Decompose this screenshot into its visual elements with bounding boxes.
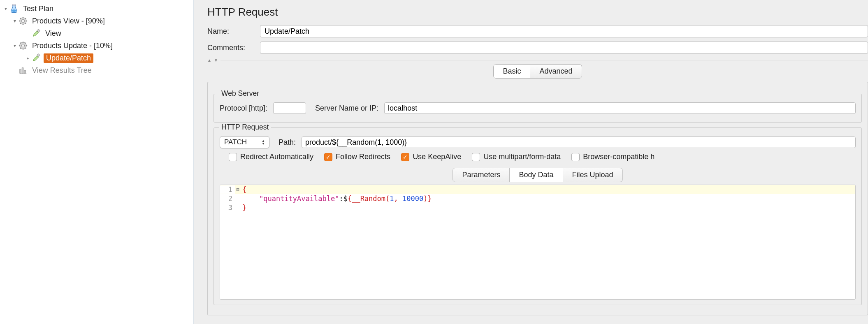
chevron-down-icon[interactable]: ▾ <box>12 43 18 49</box>
method-select[interactable]: PATCH ▲▼ <box>220 136 269 148</box>
chevrons-icon: ▲▼ <box>262 139 265 145</box>
svg-line-21 <box>20 48 21 49</box>
line-number: 1 <box>220 185 235 194</box>
code-token: $ <box>343 194 348 203</box>
cb-follow-redirects[interactable]: ✓ Follow Redirects <box>324 153 390 161</box>
tree-label: Test Plan <box>21 4 55 14</box>
web-server-legend: Web Server <box>219 89 262 98</box>
tree-test-plan[interactable]: ▾ Test Plan <box>0 2 193 15</box>
protocol-label: Protocol [http]: <box>220 104 267 113</box>
tree-label: Update/Patch <box>44 53 93 63</box>
name-input[interactable] <box>260 25 868 37</box>
svg-point-1 <box>12 9 16 12</box>
code-token: , <box>394 194 402 203</box>
dropper-icon <box>31 28 41 38</box>
gear-icon <box>18 16 28 26</box>
comments-label: Comments: <box>207 44 253 52</box>
triangle-up-icon: ▲ <box>207 58 211 62</box>
server-label: Server Name or IP: <box>315 104 378 113</box>
body-tabs: Parameters Body Data Files Upload <box>220 168 856 182</box>
code-token: 10000 <box>402 194 423 203</box>
code-token: 1 <box>390 194 394 203</box>
http-request-legend: HTTP Request <box>219 123 271 132</box>
checkbox-icon <box>571 153 580 161</box>
cb-browser-compat[interactable]: Browser-compatible h <box>571 153 654 161</box>
tab-body-data[interactable]: Body Data <box>510 168 562 182</box>
triangle-down-icon: ▼ <box>214 58 218 62</box>
svg-line-9 <box>26 23 26 24</box>
checkbox-icon <box>229 153 237 161</box>
chevron-down-icon[interactable]: ▾ <box>12 18 18 24</box>
tree-label: Products Update - [10%] <box>30 41 114 51</box>
page-title: HTTP Request <box>207 6 868 19</box>
protocol-input[interactable] <box>273 102 306 114</box>
chevron-down-icon[interactable]: ▾ <box>2 6 9 12</box>
tree-products-update[interactable]: ▾ Products Update - [10%] <box>0 39 193 52</box>
svg-rect-0 <box>12 5 16 5</box>
chart-icon <box>18 65 28 75</box>
beaker-icon <box>9 4 19 14</box>
svg-line-20 <box>26 48 26 49</box>
checkbox-checked-icon: ✓ <box>324 153 332 161</box>
cb-label: Browser-compatible h <box>583 153 654 161</box>
chevron-right-icon[interactable]: ▸ <box>25 56 31 61</box>
cb-label: Use multipart/form-data <box>483 153 561 161</box>
code-token: { <box>242 185 246 194</box>
separator: ▲ ▼ <box>207 58 868 62</box>
checkbox-group: Redirect Automatically ✓ Follow Redirect… <box>229 153 856 161</box>
svg-line-10 <box>20 23 21 24</box>
line-number: 3 <box>220 204 235 212</box>
line-number: 2 <box>220 194 235 203</box>
tree-update-patch[interactable]: ▸ Update/Patch <box>0 52 193 64</box>
view-tabs: Basic Advanced <box>207 64 868 79</box>
cb-multipart[interactable]: Use multipart/form-data <box>472 153 561 161</box>
editor-line: 3 } <box>220 203 855 212</box>
name-row: Name: <box>207 25 868 37</box>
cb-keepalive[interactable]: ✓ Use KeepAlive <box>401 153 461 161</box>
body-editor[interactable]: 1 ⊟ { 2 "quantityAvailable":${__Random(1… <box>220 185 856 300</box>
svg-line-19 <box>20 43 21 44</box>
tree-panel: ▾ Test Plan ▾ Products View - [90%] View… <box>0 0 193 324</box>
tree-label: Products View - [90%] <box>30 16 107 26</box>
checkbox-checked-icon: ✓ <box>401 153 409 161</box>
tab-basic[interactable]: Basic <box>494 65 530 78</box>
tab-files-upload[interactable]: Files Upload <box>563 168 623 182</box>
tree-view-sampler[interactable]: View <box>0 27 193 39</box>
svg-line-22 <box>26 43 26 44</box>
tree-products-view[interactable]: ▾ Products View - [90%] <box>0 15 193 27</box>
method-value: PATCH <box>224 138 247 146</box>
checkbox-icon <box>472 153 480 161</box>
editor-line: 1 ⊟ { <box>220 185 855 194</box>
comments-input[interactable] <box>260 42 868 54</box>
code-token: "quantityAvailable" <box>259 194 339 203</box>
cb-label: Follow Redirects <box>336 153 390 161</box>
tree-view-results[interactable]: View Results Tree <box>0 64 193 76</box>
code-token: {__Random( <box>348 194 390 203</box>
comments-row: Comments: <box>207 42 868 54</box>
content-panel: HTTP Request Name: Comments: ▲ ▼ Basic A… <box>193 0 868 324</box>
svg-point-14 <box>21 44 24 47</box>
code-token: )} <box>423 194 432 203</box>
cb-label: Redirect Automatically <box>240 153 313 161</box>
web-server-fieldset: Web Server Protocol [http]: Server Name … <box>214 94 862 123</box>
svg-line-8 <box>20 18 21 19</box>
path-label: Path: <box>279 138 296 147</box>
name-label: Name: <box>207 27 253 36</box>
code-token: } <box>242 204 246 212</box>
editor-line: 2 "quantityAvailable":${__Random(1, 1000… <box>220 194 855 203</box>
path-input[interactable] <box>302 137 856 148</box>
code-token: : <box>339 194 343 203</box>
tab-advanced[interactable]: Advanced <box>530 65 581 78</box>
fold-minus-icon[interactable]: ⊟ <box>235 187 241 192</box>
tab-parameters[interactable]: Parameters <box>453 168 510 182</box>
tree-label: View <box>44 29 63 38</box>
svg-point-3 <box>21 19 24 22</box>
http-request-fieldset: HTTP Request PATCH ▲▼ Path: Redirect Aut… <box>214 127 862 305</box>
svg-line-11 <box>26 18 26 19</box>
cb-redirect-auto[interactable]: Redirect Automatically <box>229 153 313 161</box>
cb-label: Use KeepAlive <box>413 153 461 161</box>
tree-label: View Results Tree <box>30 66 93 75</box>
gear-icon <box>18 41 28 51</box>
dropper-icon <box>31 53 41 63</box>
server-input[interactable] <box>384 102 856 114</box>
